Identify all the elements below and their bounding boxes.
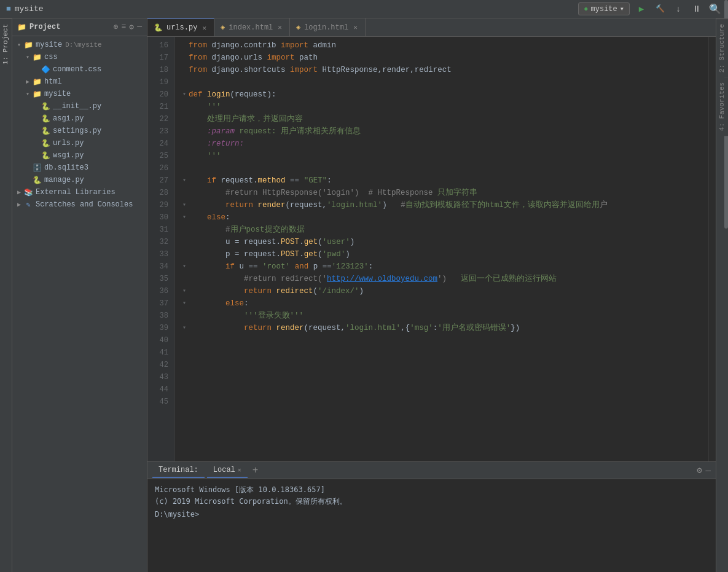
code-line-18: from django.shortcuts import HttpRespons… [180,64,703,76]
local-tab[interactable]: Local ✕ [207,463,248,478]
bottom-tabs-left: Terminal: Local ✕ + [152,463,260,478]
code-line-43 [180,371,703,383]
html-tab-icon: ◈ [221,23,225,32]
bottom-tab-bar: Terminal: Local ✕ + ⚙ — [147,462,716,479]
tree-item-wsgi-py[interactable]: 🐍 wsgi.py [12,149,147,162]
dropdown-arrow: ▾ [620,4,624,14]
settings-icon[interactable]: ⚙ [129,22,134,32]
py-file-icon: 🐍 [41,101,50,111]
titlebar: ■ mysite ● mysite ▾ ▶ 🔨 ↓ ⏸ 🔍 [0,0,728,18]
code-line-24: :return: [180,138,703,150]
code-line-19 [180,76,703,88]
code-line-36: ▾ return redirect('/index/') [180,285,703,297]
py-file-icon: 🐍 [41,138,50,148]
project-tree: ▾ 📁 mysite D:\mysite ▾ 📁 css 🔷 conment.c… [12,36,147,572]
tree-item-asgi-py[interactable]: 🐍 asgi.py [12,112,147,125]
code-content[interactable]: from django.contrib import admin from dj… [175,37,708,461]
code-editor: 16 17 18 19 20 21 22 23 24 25 26 27 28 2… [147,37,716,461]
code-line-38: '''登录失败''' [180,310,703,322]
tree-arrow: ▾ [23,90,32,98]
py-file-icon: 🐍 [41,151,50,160]
build-button[interactable]: 🔨 [653,2,667,16]
terminal-minimize-icon[interactable]: — [706,466,711,476]
project-header-title: Project [29,23,60,31]
py-file-icon: 🐍 [41,126,50,136]
code-line-41 [180,347,703,359]
project-panel: 📁 Project ⊕ ≡ ⚙ — ▾ 📁 mysite D:\mysite [12,18,147,572]
project-header-icons: ⊕ ≡ ⚙ — [114,22,142,32]
locate-icon[interactable]: ⊕ [114,22,119,32]
tab-close-urls[interactable]: ✕ [201,23,208,33]
editor-minimap [708,37,716,461]
minimize-icon[interactable]: — [137,22,142,32]
app-icon: ■ [6,4,11,14]
code-line-22: 处理用户请求，并返回内容 [180,113,703,125]
folder-icon: 📁 [32,89,42,99]
titlebar-project-name: ■ mysite [6,4,44,14]
update-button[interactable]: ↓ [671,2,685,16]
tree-item-urls-py[interactable]: 🐍 urls.py [12,137,147,149]
code-line-26 [180,162,703,174]
local-tab-close[interactable]: ✕ [238,466,241,474]
terminal-tab-label: Terminal: [152,463,205,478]
code-line-20: ▾ def login(request): [180,88,703,101]
code-line-33: p = request.POST.get('pwd') [180,248,703,261]
run-config-selector[interactable]: ● mysite ▾ [578,2,630,15]
code-line-25: ''' [180,150,703,162]
terminal-line-1: Microsoft Windows [版本 10.0.18363.657] [155,484,708,496]
tab-close-login[interactable]: ✕ [352,23,359,32]
code-line-37: ▾ else: [180,297,703,310]
code-line-45 [180,396,703,408]
run-button[interactable]: ▶ [635,2,648,16]
pause-button[interactable]: ⏸ [690,2,703,16]
tree-item-init-py[interactable]: 🐍 __init__.py [12,100,147,112]
code-line-32: u = request.POST.get('user') [180,236,703,248]
tree-item-scratches[interactable]: ▶ ✎ Scratches and Consoles [12,198,147,211]
project-panel-header: 📁 Project ⊕ ≡ ⚙ — [12,18,147,36]
py-file-icon: 🐍 [32,175,42,185]
tab-login-html[interactable]: ◈ login.html ✕ [290,18,366,36]
terminal-line-2: (c) 2019 Microsoft Corporation。保留所有权利。 [155,496,708,507]
tree-arrow: ▾ [15,41,23,49]
code-line-40 [180,334,703,347]
folder-icon: 📁 [23,40,33,50]
html-tab-icon: ◈ [296,23,300,32]
code-line-21: ''' [180,101,703,113]
terminal-settings-icon[interactable]: ⚙ [697,465,702,476]
code-line-30: ▾ else: [180,211,703,224]
tab-close-index[interactable]: ✕ [276,23,283,32]
tree-item-manage-py[interactable]: 🐍 manage.py [12,174,147,186]
py-tab-icon: 🐍 [154,23,163,33]
tree-item-settings-py[interactable]: 🐍 settings.py [12,125,147,137]
add-terminal-tab[interactable]: + [250,465,261,476]
tree-item-html-folder[interactable]: ▶ 📁 html [12,76,147,88]
bottom-panel: Terminal: Local ✕ + ⚙ — Microsoft Window… [147,461,716,572]
main-layout: 1: Project 📁 Project ⊕ ≡ ⚙ — ▾ 📁 mysite … [0,18,728,572]
folder-icon: 📁 [32,52,42,62]
terminal-prompt: D:\mysite> [155,510,199,519]
tree-item-mysite-folder[interactable]: ▾ 📁 mysite [12,88,147,100]
terminal-content[interactable]: Microsoft Windows [版本 10.0.18363.657] (c… [147,479,716,572]
tree-item-mysite-root[interactable]: ▾ 📁 mysite D:\mysite [12,39,147,51]
tree-item-css-folder[interactable]: ▾ 📁 css [12,51,147,63]
tree-item-conment-css[interactable]: 🔷 conment.css [12,63,147,76]
tab-urls-py[interactable]: 🐍 urls.py ✕ [147,18,214,36]
terminal-input-line: D:\mysite> [155,510,708,519]
editor-tab-bar: 🐍 urls.py ✕ ◈ index.html ✕ ◈ login.html … [147,18,716,37]
left-vertical-tabs: 1: Project [0,18,12,572]
tab-index-html[interactable]: ◈ index.html ✕ [214,18,290,36]
tree-item-ext-libs[interactable]: ▶ 📚 External Libraries [12,186,147,198]
search-button[interactable]: 🔍 [708,2,722,16]
structure-tab[interactable]: 2: Structure [716,18,728,77]
tree-arrow: ▶ [23,78,32,85]
tree-item-db-sqlite3[interactable]: 🗄️ db.sqlite3 [12,162,147,174]
tree-arrow: ▾ [23,53,32,61]
tree-arrow: ▶ [15,201,23,208]
code-line-44 [180,383,703,396]
code-line-39: ▾ return render(request,'login.html',{'m… [180,322,703,334]
favorites-tab[interactable]: 4: Favorites [716,77,728,136]
terminal-input[interactable] [199,510,708,519]
collapse-icon[interactable]: ≡ [122,22,127,32]
project-tab[interactable]: 1: Project [0,18,12,69]
folder-icon: 📁 [32,77,42,87]
